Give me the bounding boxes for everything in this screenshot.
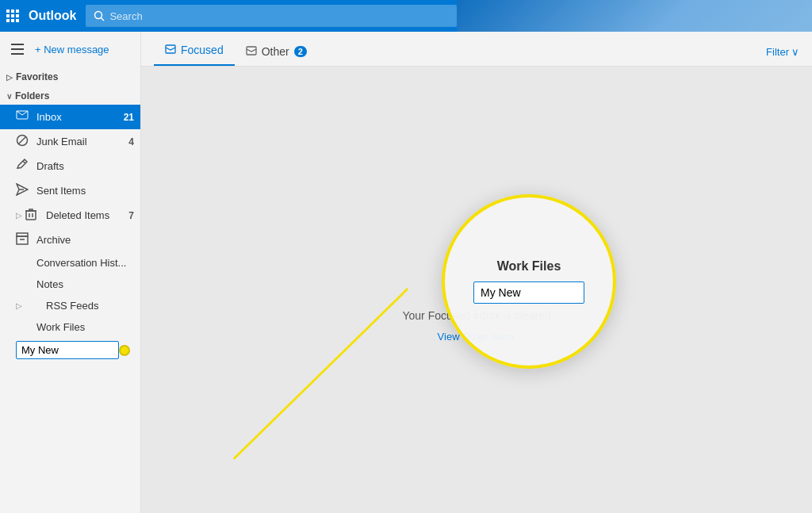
new-message-button[interactable]: + New message (35, 44, 109, 56)
junk-label: Junk Email (36, 136, 128, 147)
sidebar-item-sent[interactable]: Sent Items (0, 178, 140, 203)
svg-rect-11 (11, 44, 24, 45)
svg-rect-8 (16, 19, 19, 22)
inbox-empty-state: Your Focused inbox is cleared View Other… (141, 67, 812, 513)
other-tab-icon (246, 46, 257, 58)
zoom-title: Work Files (497, 259, 561, 274)
zoom-circle-overlay: Work Files (442, 194, 616, 369)
search-input[interactable] (109, 10, 449, 22)
top-bar: Outlook (0, 0, 812, 32)
junk-icon (16, 134, 32, 149)
sidebar-item-junk[interactable]: Junk Email 4 (0, 129, 140, 154)
svg-rect-13 (11, 53, 24, 55)
deleted-count: 7 (128, 210, 134, 221)
svg-rect-18 (26, 211, 36, 220)
svg-rect-5 (16, 14, 19, 17)
sent-icon (16, 183, 32, 198)
sent-label: Sent Items (36, 185, 134, 197)
sidebar-item-inbox[interactable]: Inbox 21 (0, 105, 140, 129)
folders-chevron-icon: ∨ (6, 92, 12, 101)
drafts-label: Drafts (36, 160, 134, 172)
notes-label: Notes (36, 278, 134, 290)
new-folder-input-wrap (0, 338, 140, 366)
svg-rect-4 (11, 14, 14, 17)
drafts-icon (16, 159, 32, 174)
archive-label: Archive (36, 234, 134, 246)
svg-rect-12 (11, 48, 24, 50)
filter-button[interactable]: Filter ∨ (766, 46, 799, 66)
other-tab-label: Other (262, 45, 289, 58)
new-message-label: + New message (35, 44, 109, 56)
sidebar: + New message ▷ Favorites ∨ Folders Inbo… (0, 32, 141, 513)
svg-rect-23 (17, 236, 28, 244)
sidebar-item-notes[interactable]: Notes (0, 274, 140, 295)
sidebar-item-convhist[interactable]: Conversation Hist... (0, 252, 140, 274)
rss-label: RSS Feeds (46, 300, 134, 312)
favorites-chevron-icon: ▷ (6, 73, 13, 82)
svg-line-10 (102, 18, 105, 21)
filter-chevron-icon: ∨ (791, 46, 799, 58)
folders-label: Folders (15, 90, 49, 101)
app-logo: Outlook (25, 9, 86, 23)
sidebar-item-drafts[interactable]: Drafts (0, 154, 140, 178)
svg-rect-1 (11, 10, 14, 13)
sidebar-toolbar: + New message (0, 32, 140, 67)
content-area: Focused Other 2 Filter ∨ (141, 32, 812, 513)
deleted-icon (25, 208, 41, 223)
svg-rect-0 (6, 10, 10, 13)
favorites-section[interactable]: ▷ Favorites (0, 67, 140, 86)
sidebar-item-deleted[interactable]: ▷ Deleted Items 7 (0, 203, 140, 228)
inbox-count: 21 (124, 112, 134, 123)
svg-rect-6 (6, 19, 10, 22)
top-bar-decorative (457, 0, 812, 32)
svg-point-9 (95, 12, 102, 19)
favorites-label: Favorites (16, 71, 58, 82)
zoom-input[interactable] (473, 281, 584, 304)
workfiles-label: Work Files (36, 321, 134, 333)
deleted-chevron-icon: ▷ (16, 211, 22, 220)
hamburger-button[interactable] (6, 38, 29, 60)
filter-label: Filter (766, 46, 789, 58)
deleted-label: Deleted Items (46, 209, 128, 221)
svg-rect-3 (6, 14, 10, 17)
other-tab-badge: 2 (294, 46, 307, 57)
svg-rect-26 (247, 47, 256, 55)
main-layout: + New message ▷ Favorites ∨ Folders Inbo… (0, 32, 812, 513)
inbox-icon (16, 109, 32, 124)
tab-bar: Focused Other 2 Filter ∨ (141, 32, 812, 67)
focused-tab-label: Focused (181, 44, 224, 56)
sidebar-item-workfiles[interactable]: Work Files (0, 316, 140, 338)
svg-line-27 (234, 289, 408, 459)
svg-rect-25 (166, 45, 175, 53)
cursor-yellow-dot (119, 345, 130, 356)
sidebar-item-archive[interactable]: Archive (0, 228, 140, 252)
rss-chevron-icon: ▷ (16, 301, 22, 310)
svg-line-15 (19, 137, 26, 144)
convhist-label: Conversation Hist... (36, 257, 134, 269)
sidebar-item-rss[interactable]: ▷ RSS Feeds (0, 295, 140, 316)
tab-other[interactable]: Other 2 (235, 39, 318, 66)
junk-count: 4 (128, 136, 134, 147)
svg-rect-7 (11, 19, 14, 22)
svg-rect-2 (16, 10, 19, 13)
folders-section[interactable]: ∨ Folders (0, 86, 140, 105)
search-box[interactable] (86, 5, 457, 27)
focused-tab-icon (165, 44, 176, 56)
tab-focused[interactable]: Focused (154, 37, 235, 66)
archive-icon (16, 232, 32, 247)
inbox-label: Inbox (36, 111, 124, 123)
app-grid-button[interactable] (0, 0, 25, 32)
new-folder-input[interactable] (16, 341, 119, 359)
